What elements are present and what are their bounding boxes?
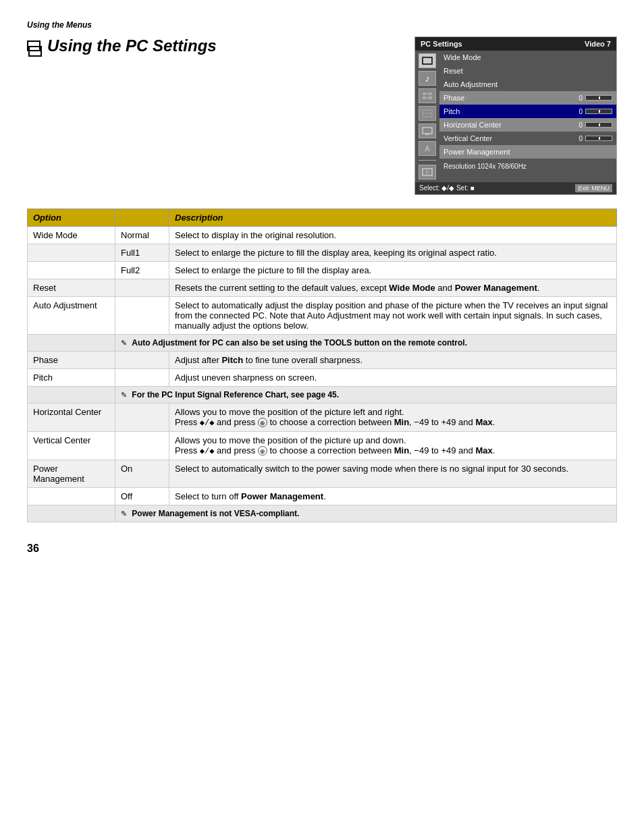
- table-row note-row: ✎ For the PC Input Signal Reference Char…: [28, 387, 617, 404]
- option-phase: Phase: [28, 352, 115, 369]
- table-row: Horizontal Center Allows you to move the…: [28, 404, 617, 432]
- option-vcenter: Vertical Center: [28, 432, 115, 460]
- sub-off: Off: [115, 488, 169, 505]
- panel-row-pitch[interactable]: Pitch 0: [439, 105, 616, 118]
- pitch-slider: [585, 109, 612, 114]
- panel-header: PC Settings Video 7: [415, 37, 616, 51]
- note-pitch: ✎ For the PC Input Signal Reference Char…: [115, 387, 617, 404]
- panel-row-reset[interactable]: Reset: [439, 64, 616, 78]
- panel-row-autoadj[interactable]: Auto Adjustment: [439, 78, 616, 91]
- note-power-mgmt: ✎ Power Management is not VESA-compliant…: [115, 505, 617, 522]
- table-row: Wide Mode Normal Select to display in th…: [28, 227, 617, 244]
- table-row: Auto Adjustment Select to automatically …: [28, 297, 617, 335]
- panel-title: PC Settings: [421, 40, 462, 48]
- sub-auto-adj: [115, 297, 169, 335]
- svg-rect-3: [428, 92, 432, 95]
- panel-row-phase[interactable]: Phase 0: [439, 91, 616, 105]
- note-auto-adj: ✎ Auto Adjustment for PC can also be set…: [115, 335, 617, 352]
- sub-full2: Full2: [115, 262, 169, 279]
- page-number: 36: [27, 543, 617, 555]
- panel-icon-grid[interactable]: [419, 88, 436, 103]
- desc-auto-adj: Select to automatically adjust the displ…: [169, 297, 617, 335]
- desc-off: Select to turn off Power Management.: [169, 488, 617, 505]
- table-row: Full1 Select to enlarge the picture to f…: [28, 244, 617, 262]
- note-icon: ✎: [121, 339, 127, 347]
- panel-icon-widemode[interactable]: [419, 53, 436, 68]
- option-hcenter: Horizontal Center: [28, 404, 115, 432]
- svg-rect-5: [428, 96, 432, 99]
- panel-row-widemode[interactable]: Wide Mode: [439, 51, 616, 64]
- desc-full2: Select to enlarge the picture to fill th…: [169, 262, 617, 279]
- desc-full1: Select to enlarge the picture to fill th…: [169, 244, 617, 262]
- note-empty2: [28, 387, 115, 404]
- sub-on: On: [115, 460, 169, 488]
- panel-icon-d[interactable]: D: [419, 165, 436, 180]
- panel-icon-monitor[interactable]: [419, 123, 436, 138]
- col-option-header: Option: [28, 209, 115, 227]
- panel-row-powermgmt[interactable]: Power Management: [439, 145, 616, 159]
- option-empty: [28, 244, 115, 262]
- option-auto-adj: Auto Adjustment: [28, 297, 115, 335]
- table-row note-row: ✎ Power Management is not VESA-compliant…: [28, 505, 617, 522]
- desc-pitch: Adjust uneven sharpness on screen.: [169, 369, 617, 387]
- title-icon: [27, 40, 41, 51]
- sub-full1: Full1: [115, 244, 169, 262]
- desc-reset: Resets the current setting to the defaul…: [169, 279, 617, 297]
- table-row: Vertical Center Allows you to move the p…: [28, 432, 617, 460]
- panel-icon-note[interactable]: ♪: [419, 71, 436, 86]
- sub-vcenter: [115, 432, 169, 460]
- option-reset: Reset: [28, 279, 115, 297]
- table-row: Off Select to turn off Power Management.: [28, 488, 617, 505]
- note-empty-pm: [28, 505, 115, 522]
- pc-settings-panel: PC Settings Video 7 ♪: [414, 36, 617, 195]
- col-desc-header: Description: [169, 209, 617, 227]
- desc-on: Select to automatically switch to the po…: [169, 460, 617, 488]
- svg-rect-0: [29, 47, 41, 56]
- desc-normal: Select to display in the original resolu…: [169, 227, 617, 244]
- sub-phase: [115, 352, 169, 369]
- panel-resolution: Resolution 1024x 768/60Hz: [439, 159, 616, 174]
- note-icon: ✎: [121, 391, 127, 399]
- panel-footer-exit: Exit: MENU: [575, 184, 612, 192]
- option-pitch: Pitch: [28, 369, 115, 387]
- svg-rect-4: [423, 96, 427, 99]
- desc-vcenter: Allows you to move the position of the p…: [169, 432, 617, 460]
- panel-row-hcenter[interactable]: Horizontal Center 0: [439, 118, 616, 132]
- vcenter-slider: [585, 136, 612, 141]
- svg-text:D: D: [425, 170, 429, 175]
- panel-video-label: Video 7: [585, 40, 611, 48]
- desc-hcenter: Allows you to move the position of the p…: [169, 404, 617, 432]
- col-sub-header: [115, 209, 169, 227]
- desc-phase: Adjust after Pitch to fine tune overall …: [169, 352, 617, 369]
- phase-slider: [585, 95, 612, 101]
- svg-rect-8: [423, 128, 432, 134]
- panel-footer: Select: ◆/◆ Set: ■ Exit: MENU: [415, 182, 616, 194]
- hcenter-slider: [585, 122, 612, 128]
- option-power-mgmt: Power Management: [28, 460, 115, 488]
- sub-pitch: [115, 369, 169, 387]
- panel-footer-select: Select: ◆/◆ Set: ■: [419, 184, 475, 192]
- sub-reset: [115, 279, 169, 297]
- table-row: Power Management On Select to automatica…: [28, 460, 617, 488]
- option-empty: [28, 262, 115, 279]
- option-wide-mode: Wide Mode: [28, 227, 115, 244]
- table-row: Pitch Adjust uneven sharpness on screen.: [28, 369, 617, 387]
- sub-normal: Normal: [115, 227, 169, 244]
- note-empty: [28, 335, 115, 352]
- panel-icon-a[interactable]: A: [419, 141, 436, 156]
- table-row: Phase Adjust after Pitch to fine tune ov…: [28, 352, 617, 369]
- option-empty-pm: [28, 488, 115, 505]
- sub-hcenter: [115, 404, 169, 432]
- panel-sidebar: ♪: [415, 51, 439, 182]
- svg-rect-2: [423, 92, 427, 95]
- svg-rect-1: [423, 57, 432, 64]
- panel-menu: Wide Mode Reset Auto Adjustment Phase 0 …: [439, 51, 616, 182]
- panel-icon-grid2[interactable]: [419, 106, 436, 121]
- options-table: Option Description Wide Mode Normal Sele…: [27, 209, 617, 522]
- using-menus-label: Using the Menus: [27, 20, 617, 30]
- table-row: Reset Resets the current setting to the …: [28, 279, 617, 297]
- page-title: Using the PC Settings: [27, 36, 401, 55]
- table-row note-row: ✎ Auto Adjustment for PC can also be set…: [28, 335, 617, 352]
- panel-row-vcenter[interactable]: Vertical Center 0: [439, 132, 616, 145]
- table-row: Full2 Select to enlarge the picture to f…: [28, 262, 617, 279]
